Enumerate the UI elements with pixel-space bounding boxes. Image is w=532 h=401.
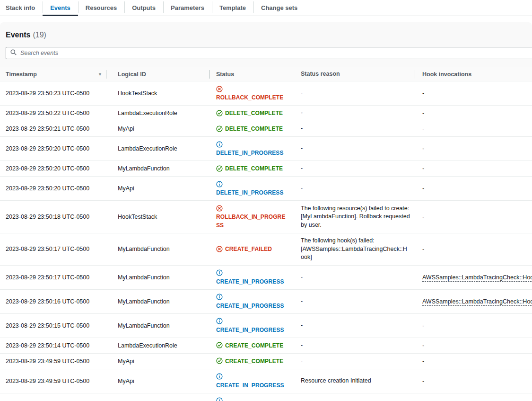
event-status-reason-text: -: [301, 298, 303, 304]
event-logical-id-text: LambdaExecutionRole: [118, 110, 177, 116]
event-status-label: CREATE_IN_PROGRESS: [216, 327, 284, 333]
event-logical-id-text: MyLambdaFunction: [118, 246, 170, 252]
tab-parameters[interactable]: Parameters: [163, 0, 212, 16]
event-status: CREATE_COMPLETE: [209, 353, 292, 369]
event-row: 2023-08-29 23:50:23 UTC-0500HookTestStac…: [0, 81, 532, 106]
event-logical-id: LambdaExecutionRole: [106, 338, 209, 353]
event-timestamp: 2023-08-29 23:50:20 UTC-0500: [0, 161, 106, 177]
tab-label: Resources: [86, 4, 117, 11]
event-status: CREATE_IN_PROGRESS: [209, 289, 292, 313]
event-hook-invocations: -: [415, 201, 532, 233]
status-success-icon: [216, 342, 225, 349]
column-header-label: Logical ID: [118, 71, 146, 78]
event-status-label: ROLLBACK_IN_PROGRESS: [216, 214, 285, 229]
event-row: 2023-08-29 23:50:18 UTC-0500HookTestStac…: [0, 201, 532, 233]
event-timestamp-text: 2023-08-29 23:50:16 UTC-0500: [6, 298, 89, 305]
event-status-reason-text: -: [301, 185, 303, 191]
status-error-icon: [216, 246, 225, 252]
search-box[interactable]: [6, 47, 532, 59]
event-timestamp: 2023-08-29 23:50:15 UTC-0500: [0, 313, 106, 338]
event-status-label: CREATE_COMPLETE: [225, 358, 283, 365]
tab-events[interactable]: Events: [43, 0, 78, 16]
status-success-icon: [216, 358, 225, 365]
event-hook-invocations-text: -: [422, 246, 424, 252]
event-logical-id-text: MyApi: [118, 358, 134, 365]
tab-stack-info[interactable]: Stack info: [6, 0, 43, 16]
event-hook-invocations: -: [415, 121, 532, 137]
event-timestamp: 2023-08-29 23:50:22 UTC-0500: [0, 106, 106, 121]
event-timestamp-text: 2023-08-29 23:50:14 UTC-0500: [6, 342, 89, 349]
event-timestamp: 2023-08-29 23:49:58 UTC-0500: [0, 393, 106, 401]
event-status-reason-text: -: [301, 125, 303, 132]
sort-descending-icon[interactable]: ▼: [98, 67, 102, 81]
event-status: DELETE_COMPLETE: [209, 121, 292, 137]
column-header-status: Status: [209, 67, 292, 81]
event-hook-invocations: -: [415, 393, 532, 401]
event-status-reason-text: -: [301, 274, 303, 280]
event-row: 2023-08-29 23:50:20 UTC-0500MyApiDELETE_…: [0, 177, 532, 201]
event-hook-invocations-text: -: [422, 378, 424, 384]
column-header-timestamp[interactable]: Timestamp ▼: [0, 67, 106, 81]
event-logical-id-text: MyLambdaFunction: [118, 298, 170, 305]
event-status-reason: -: [292, 106, 415, 121]
event-hook-invocations: -: [415, 177, 532, 201]
event-timestamp-text: 2023-08-29 23:50:20 UTC-0500: [6, 145, 89, 152]
event-status: CREATE_IN_PROGRESS: [209, 313, 292, 338]
tab-resources[interactable]: Resources: [78, 0, 124, 16]
tab-label: Template: [219, 4, 246, 11]
event-hook-invocations-text: -: [422, 125, 424, 132]
event-status-label: CREATE_IN_PROGRESS: [216, 278, 284, 285]
tab-label: Parameters: [171, 4, 204, 11]
event-status-reason: -: [292, 289, 415, 313]
event-row: 2023-08-29 23:50:14 UTC-0500LambdaExecut…: [0, 338, 532, 353]
event-status-reason: -: [292, 265, 415, 289]
event-timestamp-text: 2023-08-29 23:50:23 UTC-0500: [6, 90, 89, 97]
event-status-label: DELETE_IN_PROGRESS: [216, 150, 284, 156]
tab-change-sets[interactable]: Change sets: [253, 0, 305, 16]
status-error-icon: [216, 86, 225, 92]
event-status-reason-text: -: [301, 357, 303, 364]
hook-invocation-link[interactable]: AWSSamples::LambdaTracingCheck::Hook: [422, 274, 532, 281]
events-panel: Events(19) Timestamp ▼ Logical ID: [0, 22, 532, 401]
event-status-reason: -: [292, 177, 415, 201]
status-error-icon: [216, 205, 225, 212]
event-hook-invocations: -: [415, 313, 532, 338]
hook-invocation-link[interactable]: AWSSamples::LambdaTracingCheck::Hook: [422, 298, 532, 305]
event-logical-id: LambdaExecutionRole: [106, 393, 209, 401]
event-row: 2023-08-29 23:50:16 UTC-0500MyLambdaFunc…: [0, 289, 532, 313]
tab-template[interactable]: Template: [212, 0, 253, 16]
event-row: 2023-08-29 23:50:20 UTC-0500LambdaExecut…: [0, 137, 532, 161]
event-logical-id: MyLambdaFunction: [106, 161, 209, 177]
event-status-reason-text: The following resource(s) failed to crea…: [301, 205, 410, 228]
event-status-reason: Resource creation Initiated: [292, 369, 415, 393]
event-timestamp-text: 2023-08-29 23:50:20 UTC-0500: [6, 165, 89, 172]
event-status-label: CREATE_FAILED: [225, 246, 272, 252]
event-status: CREATE_FAILED: [209, 233, 292, 266]
event-logical-id: LambdaExecutionRole: [106, 137, 209, 161]
event-hook-invocations-text: -: [422, 322, 424, 329]
event-status-label: ROLLBACK_COMPLETE: [216, 94, 283, 101]
event-status: CREATE_IN_PROGRESS: [209, 393, 292, 401]
column-header-logical-id: Logical ID: [106, 67, 209, 81]
event-logical-id-text: MyApi: [118, 185, 134, 192]
event-logical-id-text: MyApi: [118, 378, 134, 384]
event-logical-id: MyApi: [106, 369, 209, 393]
event-status-reason: Resource creation Initiated: [292, 393, 415, 401]
event-status-reason-text: -: [301, 89, 303, 96]
event-status-reason: -: [292, 161, 415, 177]
event-timestamp: 2023-08-29 23:50:14 UTC-0500: [0, 338, 106, 353]
table-header-row: Timestamp ▼ Logical ID Status Status rea…: [0, 67, 532, 81]
event-logical-id-text: HookTestStack: [118, 214, 157, 220]
tab-outputs[interactable]: Outputs: [124, 0, 163, 16]
event-timestamp-text: 2023-08-29 23:50:17 UTC-0500: [6, 274, 89, 281]
events-table: Timestamp ▼ Logical ID Status Status rea…: [0, 67, 532, 401]
status-info-icon: [216, 294, 225, 301]
event-timestamp-text: 2023-08-29 23:49:59 UTC-0500: [6, 358, 89, 365]
column-header-status-reason: Status reason: [292, 67, 415, 81]
search-input[interactable]: [20, 47, 532, 59]
event-status: ROLLBACK_IN_PROGRESS: [209, 201, 292, 233]
event-logical-id: MyApi: [106, 177, 209, 201]
status-info-icon: [216, 270, 225, 276]
event-status-reason: -: [292, 338, 415, 353]
column-header-hook-invocations: Hook invocations: [415, 67, 532, 81]
